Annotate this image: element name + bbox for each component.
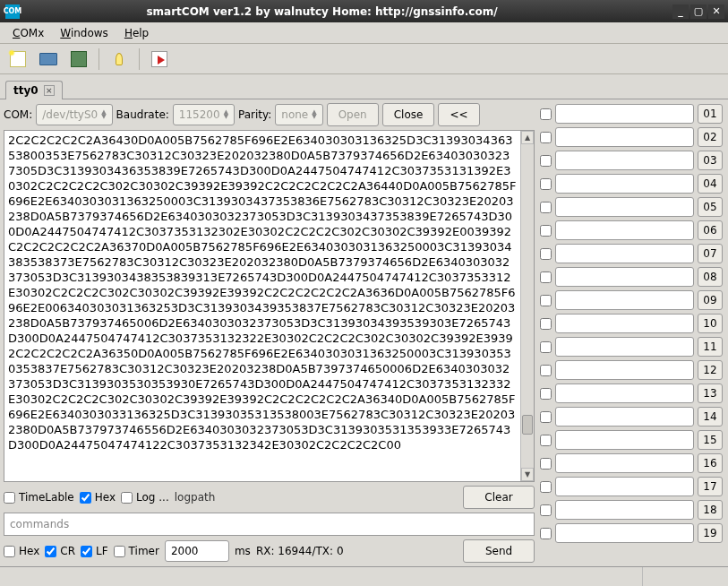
send-hex-checkbox[interactable]: Hex (4, 545, 39, 557)
minimize-button[interactable]: _ (672, 4, 689, 19)
slot-input[interactable] (555, 220, 694, 240)
quick-send-row: 18 (540, 499, 723, 521)
scroll-up-icon[interactable]: ▲ (521, 131, 534, 144)
slot-input[interactable] (555, 244, 694, 263)
menu-comx[interactable]: COMx (5, 25, 51, 41)
slot-send-button[interactable]: 19 (698, 523, 723, 543)
slot-input[interactable] (555, 430, 694, 450)
slot-checkbox[interactable] (540, 108, 552, 120)
slot-checkbox[interactable] (540, 248, 552, 260)
slot-checkbox[interactable] (540, 504, 552, 516)
slot-checkbox[interactable] (540, 271, 552, 283)
slot-input[interactable] (555, 360, 694, 380)
slot-send-button[interactable]: 07 (698, 244, 723, 263)
slot-checkbox[interactable] (540, 295, 552, 306)
open-icon[interactable] (38, 48, 59, 70)
scrollbar-thumb[interactable] (522, 415, 533, 435)
slot-send-button[interactable]: 17 (698, 477, 723, 496)
slot-checkbox[interactable] (540, 388, 552, 400)
slot-input[interactable] (555, 197, 694, 217)
slot-send-button[interactable]: 02 (698, 127, 723, 147)
slot-checkbox[interactable] (540, 132, 552, 143)
slot-send-button[interactable]: 13 (698, 383, 723, 403)
slot-send-button[interactable]: 18 (698, 500, 723, 520)
slot-checkbox[interactable] (540, 341, 552, 353)
com-port-combo[interactable]: /dev/ttyS0▲▼ (36, 104, 112, 125)
slot-send-button[interactable]: 16 (698, 453, 723, 473)
slot-send-button[interactable]: 10 (698, 314, 723, 333)
quick-send-row: 19 (540, 522, 723, 544)
slot-input[interactable] (555, 314, 694, 333)
hex-view-checkbox[interactable]: Hex (80, 491, 116, 504)
send-lf-checkbox[interactable]: LF (81, 545, 108, 557)
hex-dump-text[interactable]: 2C2C2C2C2C2A36430D0A005B7562785F696E2E63… (4, 131, 520, 481)
timer-input[interactable] (165, 540, 229, 562)
scroll-down-icon[interactable]: ▼ (521, 468, 534, 481)
slot-input[interactable] (555, 523, 694, 543)
exit-icon[interactable] (149, 48, 170, 70)
maximize-button[interactable]: ▢ (690, 4, 707, 19)
slot-input[interactable] (555, 383, 694, 403)
send-cr-checkbox[interactable]: CR (45, 545, 75, 557)
close-window-button[interactable]: ✕ (708, 4, 724, 19)
slot-checkbox[interactable] (540, 225, 552, 237)
slot-input[interactable] (555, 127, 694, 147)
slot-checkbox[interactable] (540, 318, 552, 330)
slot-checkbox[interactable] (540, 435, 552, 446)
slot-checkbox[interactable] (540, 155, 552, 167)
send-button[interactable]: Send (463, 539, 535, 563)
timer-checkbox[interactable]: Timer (114, 545, 159, 557)
slot-send-button[interactable]: 06 (698, 220, 723, 240)
slot-input[interactable] (555, 453, 694, 473)
save-icon[interactable] (68, 48, 90, 70)
slot-input[interactable] (555, 174, 694, 194)
slot-input[interactable] (555, 290, 694, 310)
baudrate-combo[interactable]: 115200▲▼ (173, 104, 235, 125)
slot-send-button[interactable]: 05 (698, 197, 723, 217)
slot-send-button[interactable]: 03 (698, 151, 723, 170)
quick-send-row: 05 (540, 196, 723, 218)
close-button[interactable]: Close (382, 103, 435, 126)
quick-send-row: 06 (540, 220, 723, 241)
slot-input[interactable] (555, 407, 694, 427)
slot-send-button[interactable]: 12 (698, 360, 723, 380)
timelabel-checkbox[interactable]: TimeLable (4, 491, 74, 504)
slot-send-button[interactable]: 11 (698, 337, 723, 357)
slot-checkbox[interactable] (540, 481, 552, 493)
slot-checkbox[interactable] (540, 458, 552, 470)
slot-checkbox[interactable] (540, 178, 552, 190)
slot-input[interactable] (555, 337, 694, 357)
titlebar: COM smartCOM ver1.2 by walnutcy Home: ht… (0, 0, 728, 22)
new-icon[interactable] (7, 48, 29, 70)
slot-send-button[interactable]: 14 (698, 407, 723, 427)
slot-checkbox[interactable] (540, 365, 552, 376)
slot-checkbox[interactable] (540, 411, 552, 423)
bulb-icon[interactable] (108, 48, 130, 70)
command-input[interactable]: commands (4, 513, 535, 536)
slot-input[interactable] (555, 500, 694, 520)
slot-send-button[interactable]: 09 (698, 290, 723, 310)
clear-button[interactable]: Clear (463, 486, 535, 509)
open-button[interactable]: Open (327, 103, 379, 126)
slot-checkbox[interactable] (540, 528, 552, 539)
menu-help[interactable]: Help (117, 25, 156, 41)
parity-combo[interactable]: none▲▼ (275, 104, 322, 125)
slot-send-button[interactable]: 01 (698, 104, 723, 124)
quick-send-row: 14 (540, 406, 723, 427)
slot-send-button[interactable]: 15 (698, 430, 723, 450)
resize-grip[interactable] (642, 567, 728, 586)
slot-input[interactable] (555, 477, 694, 496)
log-checkbox[interactable]: Log ... (121, 491, 169, 504)
tab-close-icon[interactable]: × (44, 85, 55, 96)
tab-tty0[interactable]: tty0 × (5, 81, 63, 99)
vertical-scrollbar[interactable]: ▲ ▼ (520, 131, 534, 481)
menu-windows[interactable]: Windows (53, 25, 116, 41)
slot-input[interactable] (555, 267, 694, 287)
slot-input[interactable] (555, 151, 694, 170)
slot-checkbox[interactable] (540, 202, 552, 213)
slot-input[interactable] (555, 104, 694, 124)
quick-send-row: 07 (540, 243, 723, 264)
slot-send-button[interactable]: 08 (698, 267, 723, 287)
collapse-button[interactable]: << (438, 103, 479, 126)
slot-send-button[interactable]: 04 (698, 174, 723, 194)
